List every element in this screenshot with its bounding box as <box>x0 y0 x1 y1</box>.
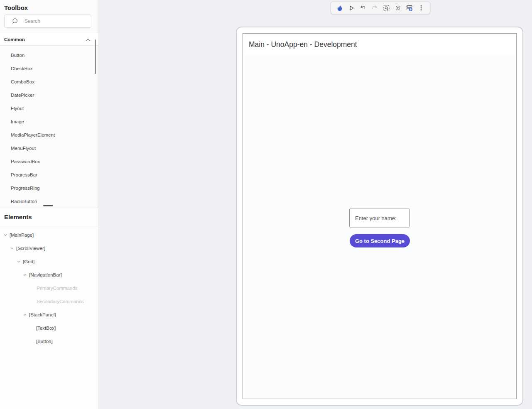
tree-item-textbox[interactable]: [TextBox] <box>0 321 98 335</box>
name-input[interactable] <box>355 215 405 221</box>
left-sidebar: Toolbox Common Button CheckBox ComboBox … <box>0 0 98 409</box>
tree-item-mainpage[interactable]: [MainPage] <box>0 228 98 242</box>
tree-item-label: [TextBox] <box>36 326 56 331</box>
toolbox-list: Button CheckBox ComboBox DatePicker Flyo… <box>0 46 98 208</box>
toolbox-item-checkbox[interactable]: CheckBox <box>0 62 98 75</box>
chevron-down-icon[interactable] <box>3 233 7 237</box>
zoom-selection-icon[interactable] <box>382 3 391 12</box>
device-frame: Main - UnoApp-en - Development Go to Sec… <box>236 27 523 406</box>
theme-sun-icon[interactable] <box>393 3 402 12</box>
designer-toolbar <box>331 2 430 14</box>
page-title: Main - UnoApp-en - Development <box>249 40 357 49</box>
tree-item-label: [ScrollViewer] <box>16 246 45 251</box>
tree-item-stackpanel[interactable]: [StackPanel] <box>0 308 98 321</box>
name-textbox[interactable] <box>349 208 410 228</box>
toolbox-item-progressbar[interactable]: ProgressBar <box>0 168 98 181</box>
toolbox-item-progressring[interactable]: ProgressRing <box>0 181 98 195</box>
toolbox-item-flyout[interactable]: Flyout <box>0 102 98 115</box>
tree-item-label: [Grid] <box>23 259 34 264</box>
tree-item-scrollviewer[interactable]: [ScrollViewer] <box>0 242 98 255</box>
undo-icon[interactable] <box>358 3 368 12</box>
toolbox-search[interactable] <box>4 15 91 28</box>
app-state-icon[interactable] <box>405 3 414 12</box>
section-label: Common <box>4 37 25 42</box>
toolbox-item-datepicker[interactable]: DatePicker <box>0 88 98 102</box>
tree-item-label: [MainPage] <box>10 233 34 238</box>
toolbox-title: Toolbox <box>4 4 28 11</box>
tree-item-label: PrimaryCommands <box>37 286 77 291</box>
go-to-second-page-button[interactable]: Go to Second Page <box>350 234 410 247</box>
redo-icon[interactable] <box>370 3 379 12</box>
elements-panel: Elements [MainPage] [ScrollViewer] [Grid… <box>0 208 98 409</box>
chevron-down-icon[interactable] <box>23 273 27 277</box>
element-tree: [MainPage] [ScrollViewer] [Grid] [Naviga… <box>0 226 98 348</box>
toolbox-horizontal-scrollbar[interactable] <box>43 205 53 206</box>
design-surface[interactable]: Main - UnoApp-en - Development Go to Sec… <box>243 33 517 399</box>
search-icon <box>11 17 19 25</box>
tree-item-primarycommands[interactable]: PrimaryCommands <box>0 282 98 295</box>
more-options-icon[interactable] <box>417 3 426 12</box>
tree-item-label: [NavigationBar] <box>29 272 62 277</box>
tree-item-label: [Button] <box>36 339 53 344</box>
chevron-down-icon[interactable] <box>23 313 27 317</box>
tree-item-button[interactable]: [Button] <box>0 335 98 348</box>
hot-design-flame-icon[interactable] <box>335 3 344 12</box>
toolbox-item-image[interactable]: Image <box>0 115 98 128</box>
tree-item-navigationbar[interactable]: [NavigationBar] <box>0 268 98 282</box>
chevron-down-icon[interactable] <box>10 246 14 250</box>
tree-item-secondarycommands[interactable]: SecondaryCommands <box>0 295 98 308</box>
tree-item-label: [StackPanel] <box>29 312 56 317</box>
tree-item-grid[interactable]: [Grid] <box>0 255 98 268</box>
toolbox-item-passwordbox[interactable]: PasswordBox <box>0 155 98 168</box>
tree-item-label: SecondaryCommands <box>37 299 84 304</box>
search-input[interactable] <box>25 18 87 24</box>
toolbox-vertical-scrollbar[interactable] <box>95 39 96 74</box>
navigation-bar: Main - UnoApp-en - Development <box>243 34 516 56</box>
toolbox-item-mediaplayerelement[interactable]: MediaPlayerElement <box>0 128 98 142</box>
toolbox-item-button[interactable]: Button <box>0 49 98 62</box>
toolbox-item-combobox[interactable]: ComboBox <box>0 75 98 88</box>
play-icon[interactable] <box>347 3 356 12</box>
toolbox-section-common[interactable]: Common <box>0 33 98 46</box>
elements-title: Elements <box>4 213 32 220</box>
toolbox-item-menuflyout[interactable]: MenuFlyout <box>0 142 98 155</box>
chevron-down-icon[interactable] <box>17 260 21 264</box>
chevron-up-icon[interactable] <box>86 36 91 43</box>
